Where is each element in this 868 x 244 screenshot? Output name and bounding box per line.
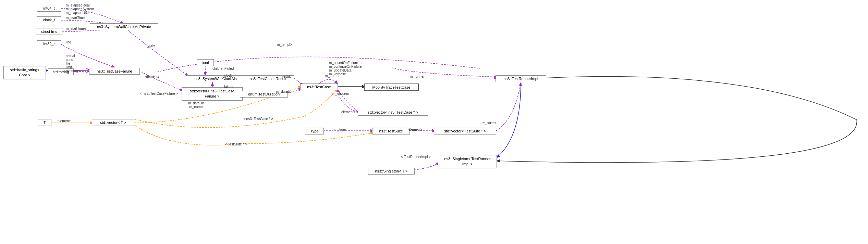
node-std_vector_TestCaseFailure[interactable]: std::vector< ns3::TestCaseFailure > xyxy=(182,87,243,101)
node-ns3_TestCase[interactable]: ns3::TestCase xyxy=(300,84,338,90)
node-std_basic_string[interactable]: std::basic_string< Char > xyxy=(3,66,46,79)
node-ns3_TestSuite[interactable]: ns3::TestSuite xyxy=(372,128,410,134)
label-m_dataDir_name: m_dataDirm_name xyxy=(188,101,204,109)
label-childrenFailed: childrenFailed xyxy=(212,67,234,70)
label-m_suites: m_suites xyxy=(482,121,496,125)
node-std_vector_TestCase[interactable]: std::vector< ns3::TestCase * > xyxy=(358,109,428,116)
label-line: line xyxy=(66,40,71,44)
label-TestSuite_ptr: < TestSuite * > xyxy=(225,142,247,146)
label-TestRunnerImpl_tpl: < TestRunnerImpl > xyxy=(401,155,431,159)
label-m_type: m_type xyxy=(334,128,346,131)
node-ns3_Singleton_T[interactable]: ns3::Singleton< T > xyxy=(368,168,415,175)
node-std_vector_TestSuite[interactable]: std::vector< TestSuite * > xyxy=(434,128,496,134)
node-T[interactable]: T xyxy=(38,119,51,126)
label-actual: actualcondfilelimitmessage xyxy=(66,54,80,73)
node-int32_t[interactable]: int32_t xyxy=(37,40,61,47)
label-m_result: m_result xyxy=(278,75,291,78)
node-ns3_TestRunnerImpl[interactable]: ns3::TestRunnerImpl xyxy=(496,75,546,82)
label-elements-testcase: elements xyxy=(341,110,355,114)
label-elements-T: elements xyxy=(58,119,72,123)
label-m_startTime: m_startTime xyxy=(66,16,85,20)
label-m_tempDir: m_tempDir xyxy=(277,43,294,47)
node-ns3_Singleton_TestRunnerImpl[interactable]: ns3::Singleton< TestRunnerImpl > xyxy=(438,155,497,168)
node-ns3_SystemWallClockMsPrivate[interactable]: ns3::SystemWallClockMsPrivate xyxy=(90,23,158,30)
label-m_duration: m_duration xyxy=(276,90,293,93)
label-clock: clock xyxy=(224,74,232,77)
label-m_runner: m_runner xyxy=(410,75,425,78)
node-MobilityTraceTestCase[interactable]: MobilityTraceTestCase xyxy=(364,84,419,91)
label-failure: failure xyxy=(224,85,233,89)
label-m_priv: m_priv xyxy=(145,44,155,48)
label-m_startTimes: m_startTimes xyxy=(66,27,86,30)
diagram-container: int64_t clock_t struct tms int32_t std::… xyxy=(0,0,868,244)
node-std_vector_T[interactable]: std::vector< T > xyxy=(92,119,134,126)
node-int64_t[interactable]: int64_t xyxy=(37,5,61,12)
node-struct_tms[interactable]: struct tms xyxy=(36,28,62,35)
node-clock_t[interactable]: clock_t xyxy=(37,16,61,23)
label-ns3_TestCase_ptr: < ns3::TestCase * > xyxy=(243,117,273,121)
label-elements-failure: elements xyxy=(145,75,159,78)
label-ns3_TestCaseFailure_tpl: < ns3::TestCaseFailure > xyxy=(140,92,178,95)
node-ns3_SystemWallClockMs[interactable]: ns3::SystemWallClockMs xyxy=(187,75,244,82)
node-ns3_TestCaseFailure[interactable]: ns3::TestCaseFailure xyxy=(89,68,140,75)
node-Type[interactable]: Type xyxy=(305,128,324,134)
label-m_elapsedReal: m_elapsedRealm_elapsedSystemm_elapsedUse… xyxy=(66,3,94,15)
label-elements-suite: elements xyxy=(408,128,423,131)
node-bool[interactable]: bool xyxy=(197,59,214,66)
label-m_assertOnFailure: m_assertOnFailurem_continueOnFailurem_up… xyxy=(329,61,362,76)
label-m_children: m_children xyxy=(332,92,349,95)
